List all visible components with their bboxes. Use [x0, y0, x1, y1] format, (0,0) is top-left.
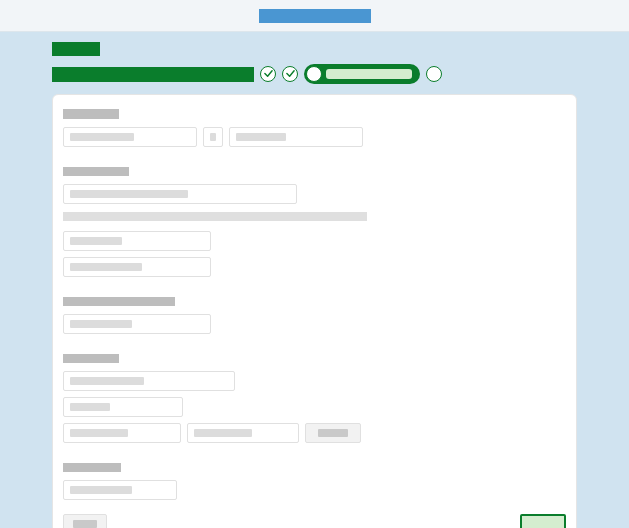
button-label [531, 520, 555, 528]
placeholder [70, 190, 188, 198]
button-label [73, 520, 97, 528]
alt-phone-input[interactable] [63, 257, 211, 277]
label-fullname [63, 109, 119, 119]
last-name-input[interactable] [229, 127, 363, 147]
stepper-step-4 [426, 66, 442, 82]
dob-input[interactable] [63, 314, 211, 334]
phone-input[interactable] [63, 231, 211, 251]
page-heading [52, 42, 100, 56]
stepper-current-label [326, 69, 412, 79]
label-address [63, 354, 119, 363]
placeholder [70, 403, 110, 411]
placeholder [70, 133, 134, 141]
lookup-button[interactable] [305, 423, 361, 443]
placeholder [70, 429, 128, 437]
stepper-current-number [306, 66, 322, 82]
first-name-input[interactable] [63, 127, 197, 147]
stepper-completed-bar [52, 67, 254, 82]
next-button[interactable] [520, 514, 566, 528]
form-card [52, 94, 577, 528]
email-input[interactable] [63, 184, 297, 204]
button-label [318, 429, 348, 437]
check-icon [264, 69, 273, 80]
state-input[interactable] [187, 423, 299, 443]
check-icon [286, 69, 295, 80]
placeholder [194, 429, 252, 437]
placeholder [210, 133, 216, 141]
app-title [259, 9, 371, 23]
top-bar [0, 0, 629, 32]
back-button[interactable] [63, 514, 107, 528]
stepper [52, 64, 577, 84]
placeholder [70, 377, 144, 385]
email-helper-text [63, 212, 367, 221]
apt-input[interactable] [63, 397, 183, 417]
label-zip [63, 463, 121, 472]
placeholder [70, 263, 142, 271]
street-input[interactable] [63, 371, 235, 391]
placeholder [236, 133, 286, 141]
placeholder [70, 237, 122, 245]
stepper-step-2-done [282, 66, 298, 82]
label-dob [63, 297, 175, 306]
page [0, 32, 629, 528]
placeholder [70, 320, 132, 328]
placeholder [70, 486, 132, 494]
middle-initial-input[interactable] [203, 127, 223, 147]
stepper-step-1-done [260, 66, 276, 82]
form-footer [63, 514, 566, 528]
label-email [63, 167, 129, 176]
zip-input[interactable] [63, 480, 177, 500]
stepper-step-3-current [304, 64, 420, 84]
city-input[interactable] [63, 423, 181, 443]
